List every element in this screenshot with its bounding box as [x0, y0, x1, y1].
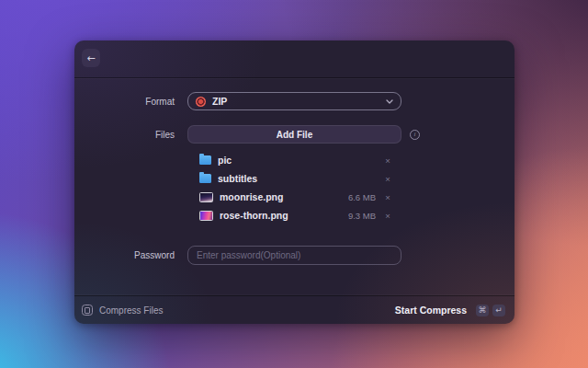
window-header: ←	[74, 40, 514, 78]
file-name: rose-thorn.png	[220, 210, 288, 221]
return-key-icon: ↵	[492, 305, 505, 316]
remove-file-icon[interactable]: ×	[382, 155, 393, 166]
folder-icon	[199, 174, 211, 183]
desktop-background: ← Format ZIP Files Add File i	[0, 0, 588, 368]
file-name: moonrise.png	[220, 191, 283, 202]
image-thumbnail	[199, 211, 213, 221]
remove-file-icon[interactable]: ×	[382, 174, 393, 184]
password-input[interactable]	[187, 246, 401, 265]
start-compress-action[interactable]: Start Compress ⌘ ↵	[395, 305, 505, 316]
format-value: ZIP	[212, 96, 227, 107]
files-row: Files Add File i	[74, 125, 514, 144]
footer-bar: Compress Files Start Compress ⌘ ↵	[74, 295, 514, 324]
compress-files-window: ← Format ZIP Files Add File i	[74, 40, 514, 324]
chevron-down-icon	[386, 99, 393, 104]
file-size: 6.6 MB	[348, 192, 376, 202]
info-icon[interactable]: i	[410, 130, 420, 140]
file-list: pic × subtitles × moonrise.png 6.6 MB × …	[199, 151, 393, 224]
back-button[interactable]: ←	[82, 49, 100, 67]
start-compress-label: Start Compress	[395, 305, 467, 316]
add-file-button[interactable]: Add File	[187, 125, 401, 144]
compress-files-app-icon	[82, 305, 93, 316]
command-key-icon: ⌘	[476, 305, 489, 316]
file-row: moonrise.png 6.6 MB ×	[199, 188, 393, 206]
file-row: subtitles ×	[199, 169, 393, 188]
password-label: Password	[74, 250, 175, 260]
format-label: Format	[74, 97, 175, 107]
file-name: subtitles	[218, 173, 257, 184]
format-select[interactable]: ZIP	[187, 92, 401, 110]
file-row: pic ×	[199, 151, 393, 169]
file-size: 9.3 MB	[348, 211, 376, 221]
file-name: pic	[218, 155, 232, 166]
zip-format-icon	[196, 97, 206, 107]
remove-file-icon[interactable]: ×	[382, 211, 393, 221]
file-row: rose-thorn.png 9.3 MB ×	[199, 206, 393, 224]
format-row: Format ZIP	[74, 92, 514, 110]
files-label: Files	[74, 130, 175, 140]
footer-app-name: Compress Files	[99, 305, 163, 316]
back-arrow-icon: ←	[86, 52, 95, 64]
add-file-label: Add File	[277, 130, 312, 140]
folder-icon	[199, 155, 211, 165]
image-thumbnail	[199, 192, 213, 202]
password-row: Password	[74, 246, 514, 265]
remove-file-icon[interactable]: ×	[382, 192, 393, 202]
